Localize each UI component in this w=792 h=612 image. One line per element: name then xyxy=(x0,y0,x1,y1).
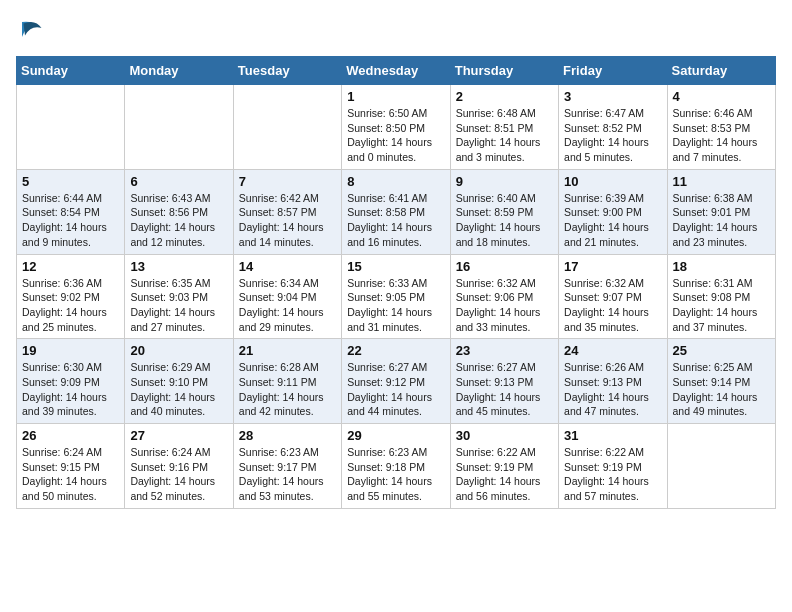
calendar-cell: 17Sunrise: 6:32 AMSunset: 9:07 PMDayligh… xyxy=(559,254,667,339)
calendar-cell: 18Sunrise: 6:31 AMSunset: 9:08 PMDayligh… xyxy=(667,254,775,339)
calendar-cell: 11Sunrise: 6:38 AMSunset: 9:01 PMDayligh… xyxy=(667,169,775,254)
calendar-cell xyxy=(125,85,233,170)
day-number: 27 xyxy=(130,428,227,443)
day-number: 5 xyxy=(22,174,119,189)
day-number: 2 xyxy=(456,89,553,104)
calendar-header: SundayMondayTuesdayWednesdayThursdayFrid… xyxy=(17,57,776,85)
calendar-cell: 15Sunrise: 6:33 AMSunset: 9:05 PMDayligh… xyxy=(342,254,450,339)
calendar-cell xyxy=(667,424,775,509)
day-number: 17 xyxy=(564,259,661,274)
day-number: 16 xyxy=(456,259,553,274)
calendar-table: SundayMondayTuesdayWednesdayThursdayFrid… xyxy=(16,56,776,509)
day-number: 23 xyxy=(456,343,553,358)
day-number: 6 xyxy=(130,174,227,189)
day-info: Sunrise: 6:30 AMSunset: 9:09 PMDaylight:… xyxy=(22,360,119,419)
weekday-header: Monday xyxy=(125,57,233,85)
day-info: Sunrise: 6:44 AMSunset: 8:54 PMDaylight:… xyxy=(22,191,119,250)
calendar-cell xyxy=(17,85,125,170)
calendar-cell: 2Sunrise: 6:48 AMSunset: 8:51 PMDaylight… xyxy=(450,85,558,170)
day-info: Sunrise: 6:40 AMSunset: 8:59 PMDaylight:… xyxy=(456,191,553,250)
weekday-header: Wednesday xyxy=(342,57,450,85)
day-info: Sunrise: 6:35 AMSunset: 9:03 PMDaylight:… xyxy=(130,276,227,335)
day-number: 26 xyxy=(22,428,119,443)
calendar-cell: 27Sunrise: 6:24 AMSunset: 9:16 PMDayligh… xyxy=(125,424,233,509)
weekday-header: Tuesday xyxy=(233,57,341,85)
day-info: Sunrise: 6:42 AMSunset: 8:57 PMDaylight:… xyxy=(239,191,336,250)
weekday-header: Saturday xyxy=(667,57,775,85)
calendar-cell: 23Sunrise: 6:27 AMSunset: 9:13 PMDayligh… xyxy=(450,339,558,424)
calendar-cell: 4Sunrise: 6:46 AMSunset: 8:53 PMDaylight… xyxy=(667,85,775,170)
day-number: 15 xyxy=(347,259,444,274)
day-number: 4 xyxy=(673,89,770,104)
day-info: Sunrise: 6:31 AMSunset: 9:08 PMDaylight:… xyxy=(673,276,770,335)
calendar-cell: 6Sunrise: 6:43 AMSunset: 8:56 PMDaylight… xyxy=(125,169,233,254)
day-number: 20 xyxy=(130,343,227,358)
calendar-cell: 21Sunrise: 6:28 AMSunset: 9:11 PMDayligh… xyxy=(233,339,341,424)
calendar-cell: 13Sunrise: 6:35 AMSunset: 9:03 PMDayligh… xyxy=(125,254,233,339)
calendar-cell: 9Sunrise: 6:40 AMSunset: 8:59 PMDaylight… xyxy=(450,169,558,254)
calendar-cell xyxy=(233,85,341,170)
calendar-cell: 7Sunrise: 6:42 AMSunset: 8:57 PMDaylight… xyxy=(233,169,341,254)
day-number: 30 xyxy=(456,428,553,443)
day-number: 8 xyxy=(347,174,444,189)
day-info: Sunrise: 6:25 AMSunset: 9:14 PMDaylight:… xyxy=(673,360,770,419)
day-info: Sunrise: 6:48 AMSunset: 8:51 PMDaylight:… xyxy=(456,106,553,165)
calendar-cell: 12Sunrise: 6:36 AMSunset: 9:02 PMDayligh… xyxy=(17,254,125,339)
calendar-cell: 31Sunrise: 6:22 AMSunset: 9:19 PMDayligh… xyxy=(559,424,667,509)
logo-icon xyxy=(16,16,46,46)
day-number: 7 xyxy=(239,174,336,189)
day-info: Sunrise: 6:23 AMSunset: 9:17 PMDaylight:… xyxy=(239,445,336,504)
day-info: Sunrise: 6:33 AMSunset: 9:05 PMDaylight:… xyxy=(347,276,444,335)
day-info: Sunrise: 6:46 AMSunset: 8:53 PMDaylight:… xyxy=(673,106,770,165)
day-number: 21 xyxy=(239,343,336,358)
day-number: 3 xyxy=(564,89,661,104)
day-info: Sunrise: 6:29 AMSunset: 9:10 PMDaylight:… xyxy=(130,360,227,419)
weekday-header: Friday xyxy=(559,57,667,85)
calendar-cell: 24Sunrise: 6:26 AMSunset: 9:13 PMDayligh… xyxy=(559,339,667,424)
day-info: Sunrise: 6:50 AMSunset: 8:50 PMDaylight:… xyxy=(347,106,444,165)
day-number: 18 xyxy=(673,259,770,274)
day-number: 12 xyxy=(22,259,119,274)
day-info: Sunrise: 6:32 AMSunset: 9:07 PMDaylight:… xyxy=(564,276,661,335)
day-info: Sunrise: 6:26 AMSunset: 9:13 PMDaylight:… xyxy=(564,360,661,419)
weekday-header: Sunday xyxy=(17,57,125,85)
day-number: 24 xyxy=(564,343,661,358)
calendar-cell: 29Sunrise: 6:23 AMSunset: 9:18 PMDayligh… xyxy=(342,424,450,509)
logo xyxy=(16,16,50,46)
day-info: Sunrise: 6:38 AMSunset: 9:01 PMDaylight:… xyxy=(673,191,770,250)
day-number: 10 xyxy=(564,174,661,189)
calendar-cell: 28Sunrise: 6:23 AMSunset: 9:17 PMDayligh… xyxy=(233,424,341,509)
calendar-cell: 10Sunrise: 6:39 AMSunset: 9:00 PMDayligh… xyxy=(559,169,667,254)
day-info: Sunrise: 6:24 AMSunset: 9:16 PMDaylight:… xyxy=(130,445,227,504)
day-info: Sunrise: 6:34 AMSunset: 9:04 PMDaylight:… xyxy=(239,276,336,335)
day-info: Sunrise: 6:32 AMSunset: 9:06 PMDaylight:… xyxy=(456,276,553,335)
day-number: 25 xyxy=(673,343,770,358)
calendar-cell: 8Sunrise: 6:41 AMSunset: 8:58 PMDaylight… xyxy=(342,169,450,254)
calendar-week-row: 12Sunrise: 6:36 AMSunset: 9:02 PMDayligh… xyxy=(17,254,776,339)
day-number: 14 xyxy=(239,259,336,274)
day-number: 22 xyxy=(347,343,444,358)
calendar-cell: 5Sunrise: 6:44 AMSunset: 8:54 PMDaylight… xyxy=(17,169,125,254)
calendar-week-row: 26Sunrise: 6:24 AMSunset: 9:15 PMDayligh… xyxy=(17,424,776,509)
day-info: Sunrise: 6:41 AMSunset: 8:58 PMDaylight:… xyxy=(347,191,444,250)
day-info: Sunrise: 6:27 AMSunset: 9:13 PMDaylight:… xyxy=(456,360,553,419)
day-info: Sunrise: 6:47 AMSunset: 8:52 PMDaylight:… xyxy=(564,106,661,165)
day-info: Sunrise: 6:24 AMSunset: 9:15 PMDaylight:… xyxy=(22,445,119,504)
day-number: 29 xyxy=(347,428,444,443)
day-info: Sunrise: 6:23 AMSunset: 9:18 PMDaylight:… xyxy=(347,445,444,504)
calendar-week-row: 5Sunrise: 6:44 AMSunset: 8:54 PMDaylight… xyxy=(17,169,776,254)
calendar-week-row: 1Sunrise: 6:50 AMSunset: 8:50 PMDaylight… xyxy=(17,85,776,170)
day-info: Sunrise: 6:22 AMSunset: 9:19 PMDaylight:… xyxy=(564,445,661,504)
calendar-cell: 26Sunrise: 6:24 AMSunset: 9:15 PMDayligh… xyxy=(17,424,125,509)
day-info: Sunrise: 6:36 AMSunset: 9:02 PMDaylight:… xyxy=(22,276,119,335)
calendar-cell: 1Sunrise: 6:50 AMSunset: 8:50 PMDaylight… xyxy=(342,85,450,170)
page-header xyxy=(16,16,776,46)
day-number: 13 xyxy=(130,259,227,274)
day-number: 28 xyxy=(239,428,336,443)
day-info: Sunrise: 6:28 AMSunset: 9:11 PMDaylight:… xyxy=(239,360,336,419)
weekday-header: Thursday xyxy=(450,57,558,85)
day-info: Sunrise: 6:22 AMSunset: 9:19 PMDaylight:… xyxy=(456,445,553,504)
calendar-cell: 20Sunrise: 6:29 AMSunset: 9:10 PMDayligh… xyxy=(125,339,233,424)
calendar-cell: 22Sunrise: 6:27 AMSunset: 9:12 PMDayligh… xyxy=(342,339,450,424)
day-number: 19 xyxy=(22,343,119,358)
